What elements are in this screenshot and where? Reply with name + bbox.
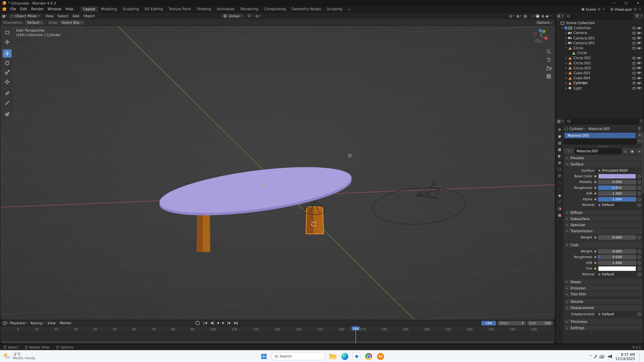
specular-panel[interactable]: ▸Specular xyxy=(564,222,642,227)
properties-editor-icon[interactable]: ▤ xyxy=(557,119,561,123)
options-dropdown[interactable]: Options ▾ xyxy=(537,20,552,24)
play-button[interactable] xyxy=(221,321,226,326)
add-slot-button[interactable]: + xyxy=(637,132,642,138)
material-slot-active[interactable]: Material.005 xyxy=(564,133,636,138)
expander-icon[interactable]: ▸ xyxy=(564,61,568,65)
property-value-widget[interactable]: 1.500 xyxy=(598,191,636,196)
workspace-tab[interactable]: Geometry Nodes xyxy=(289,6,324,12)
decorate-icon[interactable] xyxy=(638,198,641,200)
app-window-icon[interactable] xyxy=(352,352,361,361)
menu-item[interactable]: Help xyxy=(64,6,76,12)
disable-in-render-icon[interactable] xyxy=(638,41,642,45)
workspace-tab[interactable]: UV Editing xyxy=(142,6,166,12)
hide-in-viewport-icon[interactable] xyxy=(632,61,636,65)
jump-to-start-button[interactable] xyxy=(202,321,208,326)
viewport-menu-item[interactable]: View xyxy=(43,13,56,19)
clock-widget[interactable]: 8:37 AM 11/14/2025 xyxy=(615,352,635,361)
workspace-tab[interactable]: Texture Paint xyxy=(166,6,194,12)
thickness-panel[interactable]: ▸Thickness xyxy=(564,319,642,324)
solid-shading-icon[interactable]: ● xyxy=(535,14,540,18)
new-material-button[interactable]: ▣ xyxy=(629,148,636,154)
disable-in-render-icon[interactable] xyxy=(638,36,642,40)
browse-material-button[interactable]: ▾ xyxy=(564,148,574,154)
add-primitive-tool[interactable] xyxy=(2,110,12,118)
move-tool[interactable] xyxy=(2,49,12,58)
expander-icon[interactable]: ▸ xyxy=(564,86,568,90)
menu-item[interactable]: Edit xyxy=(18,6,29,12)
close-button[interactable]: × xyxy=(632,0,644,6)
timeline-scrollbar[interactable] xyxy=(2,342,553,343)
auto-keying-toggle[interactable] xyxy=(196,321,200,325)
expander-icon[interactable]: ▸ xyxy=(564,66,568,70)
next-keyframe-button[interactable] xyxy=(226,321,232,326)
transmission-panel[interactable]: ▾Transmission Weight 0.000 xyxy=(564,228,642,241)
expander-icon[interactable]: ▸ xyxy=(564,81,568,85)
annotate-tool[interactable] xyxy=(2,89,12,97)
maximize-button[interactable]: ▢ xyxy=(620,0,632,6)
property-value-widget[interactable]: Principled BSDF xyxy=(596,168,636,173)
pen-tray-icon[interactable] xyxy=(594,355,597,359)
hide-in-viewport-icon[interactable] xyxy=(632,46,636,50)
blender-taskbar-icon[interactable] xyxy=(376,352,385,361)
property-value-widget[interactable]: 0.000 xyxy=(598,249,636,253)
disable-in-render-icon[interactable] xyxy=(638,56,642,60)
workspace-tab[interactable]: Scripting xyxy=(324,6,345,12)
decorate-icon[interactable] xyxy=(638,203,641,206)
property-value-widget[interactable]: 0.000 xyxy=(598,179,636,184)
properties-tab[interactable] xyxy=(556,146,563,152)
remove-slot-button[interactable]: − xyxy=(637,138,642,144)
weather-widget[interactable]: -1°C Mostly cloudy xyxy=(3,352,36,360)
hide-in-viewport-icon[interactable] xyxy=(632,81,636,85)
viewport-menu-item[interactable]: Select xyxy=(56,13,70,19)
edge-browser-icon[interactable] xyxy=(340,352,349,361)
delete-viewlayer-button[interactable]: × xyxy=(638,7,642,11)
outliner-row[interactable]: ▸ Cylinder xyxy=(556,81,644,86)
expander-icon[interactable]: ▾ xyxy=(564,46,568,50)
new-scene-button[interactable]: ⊞ xyxy=(598,7,601,11)
property-value-widget[interactable]: Default xyxy=(596,272,636,276)
hide-in-viewport-icon[interactable] xyxy=(632,31,636,35)
disable-in-render-icon[interactable] xyxy=(638,61,642,65)
prev-keyframe-button[interactable] xyxy=(209,321,215,326)
ortho-grid-icon[interactable] xyxy=(546,73,552,79)
property-value-widget[interactable] xyxy=(598,266,636,271)
timeline-menu-item[interactable]: View xyxy=(46,321,58,325)
property-value-widget[interactable]: 1.500 xyxy=(598,260,636,265)
expander-icon[interactable]: ▸ xyxy=(564,56,568,60)
outliner-row[interactable]: ▸ Circle.003 xyxy=(556,65,644,70)
thin-film-panel[interactable]: ▸Thin Film xyxy=(564,292,642,297)
rotate-tool[interactable] xyxy=(2,59,12,67)
decorate-icon[interactable] xyxy=(638,186,641,189)
blender-menu-icon[interactable] xyxy=(2,7,6,11)
slot-list-grip[interactable] xyxy=(564,145,642,148)
wifi-icon[interactable] xyxy=(599,355,604,358)
pan-hand-icon[interactable] xyxy=(546,57,552,63)
decorate-icon[interactable] xyxy=(638,261,641,264)
expander-icon[interactable]: ▸ xyxy=(564,41,568,45)
taskbar-search-input[interactable]: Search xyxy=(271,352,325,360)
disable-in-render-icon[interactable] xyxy=(638,86,642,90)
hide-in-viewport-icon[interactable] xyxy=(632,36,636,40)
disable-in-render-icon[interactable] xyxy=(638,46,642,50)
frame-start-field[interactable]: Start 1 xyxy=(498,321,526,325)
tray-expand-icon[interactable]: ^ xyxy=(589,355,592,358)
hide-in-viewport-icon[interactable] xyxy=(632,86,636,90)
camera-view-icon[interactable] xyxy=(546,65,552,71)
wireframe-shading-icon[interactable]: ○ xyxy=(531,14,534,18)
transform-orientation-dropdown[interactable]: Global ▾ xyxy=(221,13,244,18)
outliner-row[interactable]: ▸ Camera.002 xyxy=(556,40,644,45)
surface-panel[interactable]: ▾Surface Surface Principled BSDF Base Co… xyxy=(564,161,642,209)
collection-checkbox[interactable] xyxy=(564,26,568,30)
timeline-menu-item[interactable]: Playback▾ xyxy=(8,321,29,325)
show-overlays-toggle[interactable]: ◍ ▾ xyxy=(516,14,522,18)
disable-in-render-icon[interactable] xyxy=(638,71,642,75)
hide-in-viewport-icon[interactable] xyxy=(632,26,636,30)
property-value-widget[interactable]: 1.000 xyxy=(598,197,636,201)
property-value-widget[interactable]: 0.500 xyxy=(598,185,636,190)
measure-tool[interactable] xyxy=(2,98,12,107)
rendered-shading-icon[interactable]: ◉ xyxy=(546,14,548,18)
editor-type-icon[interactable]: ▦ xyxy=(2,14,5,18)
properties-tab[interactable] xyxy=(556,127,563,133)
outliner-row[interactable]: ▸ Light xyxy=(556,85,644,90)
displacement-panel[interactable]: ▾Displacement Displacement Default xyxy=(564,305,642,318)
